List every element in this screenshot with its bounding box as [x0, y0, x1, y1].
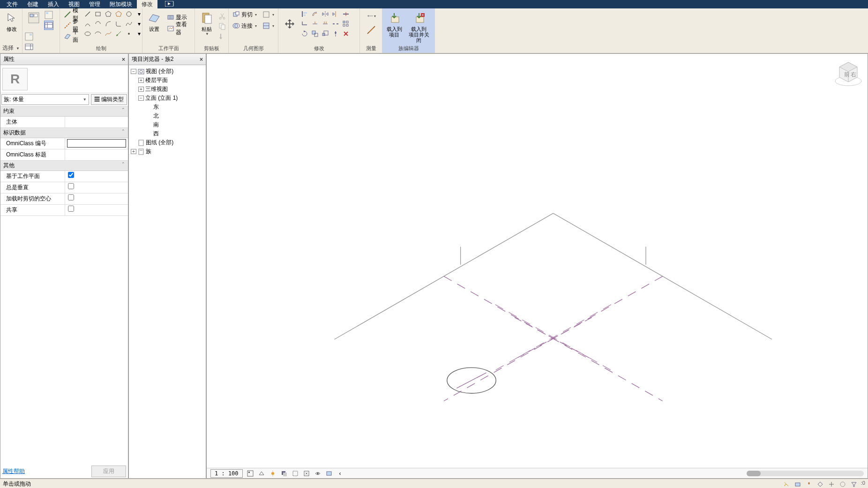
- rotate-button[interactable]: [300, 29, 309, 38]
- trim-multi-button[interactable]: [321, 19, 330, 29]
- split-gap-button[interactable]: [331, 19, 340, 29]
- tree-families[interactable]: + 族: [130, 147, 205, 156]
- crop-view-icon[interactable]: [292, 470, 299, 477]
- draw-spline-thru-icon[interactable]: [104, 29, 113, 38]
- draw-rect-icon[interactable]: [93, 9, 103, 19]
- draw-polygon-in-icon[interactable]: [104, 9, 113, 19]
- view-scrollbar[interactable]: [747, 471, 864, 476]
- apply-button[interactable]: 应用: [91, 466, 126, 477]
- select-underlay-icon[interactable]: [793, 480, 802, 488]
- tree-elevation-north[interactable]: 北: [130, 111, 205, 120]
- tree-views-all[interactable]: − 视图 (全部): [130, 67, 205, 76]
- menu-modify[interactable]: 修改: [137, 0, 157, 9]
- hide-isolate-icon[interactable]: [314, 470, 322, 477]
- aligned-dim-button[interactable]: ▾: [367, 11, 376, 21]
- menu-file[interactable]: 文件: [2, 0, 22, 9]
- cut-button[interactable]: [217, 11, 227, 21]
- select-face-icon[interactable]: [816, 480, 824, 488]
- menu-play-icon[interactable]: [160, 0, 179, 9]
- expand-toggle-icon[interactable]: +: [131, 149, 136, 154]
- browser-close-button[interactable]: ×: [200, 56, 203, 63]
- always-vertical-checkbox[interactable]: [68, 183, 74, 189]
- draw-arc-center-icon[interactable]: [93, 19, 103, 29]
- select-pinned-icon[interactable]: [805, 480, 813, 488]
- type-properties-button[interactable]: [44, 10, 53, 20]
- scale-display[interactable]: 1 : 100: [210, 469, 243, 478]
- viewer-workplane-button[interactable]: 查看器: [165, 23, 193, 34]
- mirror-pick-button[interactable]: [321, 9, 330, 19]
- match-type-button[interactable]: [217, 32, 227, 41]
- edit-type-button[interactable]: ☰ 编辑类型: [91, 94, 127, 105]
- draw-circle-icon[interactable]: [124, 9, 134, 19]
- scale-button[interactable]: [321, 29, 330, 38]
- expand-toggle-icon[interactable]: +: [138, 87, 144, 92]
- join-geometry-button[interactable]: 连接 ▾ ▾: [231, 21, 276, 31]
- detail-level-icon[interactable]: [247, 470, 254, 477]
- cut-geometry-button[interactable]: 剪切 ▾ ▾: [231, 9, 276, 20]
- tree-elevations[interactable]: − 立面 (立面 1): [130, 94, 205, 103]
- load-into-project-close-button[interactable]: 载入到 项目并关闭: [405, 9, 433, 44]
- draw-arc-start-end-icon[interactable]: [83, 19, 92, 29]
- collapse-toggle-icon[interactable]: −: [138, 96, 144, 101]
- reference-plane-button[interactable]: 平面: [62, 31, 80, 41]
- family-category-button[interactable]: [24, 32, 34, 41]
- trim-single-button[interactable]: [310, 19, 320, 29]
- view-cube[interactable]: 前 右: [834, 59, 863, 88]
- show-preview-button[interactable]: [24, 42, 34, 52]
- sun-path-icon[interactable]: [269, 470, 277, 477]
- offset-button[interactable]: [310, 9, 320, 19]
- draw-arc-tangent-icon[interactable]: [104, 19, 113, 29]
- menu-create[interactable]: 创建: [22, 0, 43, 9]
- shadows-icon[interactable]: [280, 470, 288, 477]
- draw-point-icon[interactable]: [124, 29, 134, 38]
- identity-group-header[interactable]: 标识数据 ⌃: [0, 128, 128, 138]
- drag-elements-icon[interactable]: [827, 480, 836, 488]
- move-button[interactable]: [280, 15, 299, 32]
- background-processes-icon[interactable]: [838, 480, 847, 488]
- draw-fillet-arc-icon[interactable]: [114, 19, 123, 29]
- align-button[interactable]: [300, 9, 309, 19]
- draw-partial-ellipse-icon[interactable]: [93, 29, 103, 38]
- omniclass-num-input[interactable]: [67, 139, 126, 148]
- copy-button[interactable]: [217, 22, 227, 31]
- trim-corner-button[interactable]: [300, 19, 309, 29]
- tree-elevation-west[interactable]: 西: [130, 129, 205, 138]
- delete-button[interactable]: [341, 29, 351, 38]
- properties-close-button[interactable]: ×: [122, 56, 125, 63]
- draw-line-icon[interactable]: [83, 9, 92, 19]
- other-group-header[interactable]: 其他 ⌃: [0, 161, 128, 171]
- properties-button[interactable]: [24, 9, 43, 30]
- paste-button[interactable]: 粘贴 ▼: [197, 9, 217, 41]
- workplane-based-checkbox[interactable]: [68, 172, 74, 178]
- filter-icon[interactable]: [850, 480, 858, 488]
- collapse-toggle-icon[interactable]: −: [131, 69, 136, 74]
- array-button[interactable]: [341, 19, 351, 29]
- tree-floor-plans[interactable]: + 楼层平面: [130, 76, 205, 85]
- expand-toggle-icon[interactable]: +: [138, 78, 144, 83]
- family-type-selector[interactable]: 族: 体量 ▼: [1, 94, 89, 105]
- drawing-canvas[interactable]: 前 右 1 : 100 ‹: [206, 53, 868, 479]
- menu-manage[interactable]: 管理: [84, 0, 105, 9]
- family-types-button[interactable]: [44, 21, 53, 30]
- draw-pick-lines-icon[interactable]: [114, 29, 123, 38]
- set-workplane-button[interactable]: 设置: [144, 9, 164, 33]
- tree-elevation-east[interactable]: 东: [130, 103, 205, 111]
- menu-insert[interactable]: 插入: [43, 0, 64, 9]
- tree-3d-views[interactable]: + 三维视图: [130, 85, 205, 94]
- tree-elevation-south[interactable]: 南: [130, 120, 205, 129]
- cut-voids-checkbox[interactable]: [68, 194, 74, 200]
- modify-tool-button[interactable]: 修改: [2, 9, 22, 33]
- measure-button[interactable]: [362, 22, 381, 38]
- visual-style-icon[interactable]: [258, 470, 265, 477]
- menu-addins[interactable]: 附加模块: [105, 0, 137, 9]
- crop-region-icon[interactable]: [303, 470, 310, 477]
- copy-mod-button[interactable]: [310, 29, 320, 38]
- pin-button[interactable]: [331, 29, 340, 38]
- select-links-icon[interactable]: [782, 480, 791, 488]
- properties-help-link[interactable]: 属性帮助: [2, 467, 25, 475]
- reveal-hidden-icon[interactable]: [325, 470, 333, 477]
- constraint-group-header[interactable]: 约束 ⌃: [0, 106, 128, 117]
- mirror-draw-button[interactable]: [331, 9, 340, 19]
- draw-spline-icon[interactable]: [124, 19, 134, 29]
- tree-sheets[interactable]: 图纸 (全部): [130, 138, 205, 147]
